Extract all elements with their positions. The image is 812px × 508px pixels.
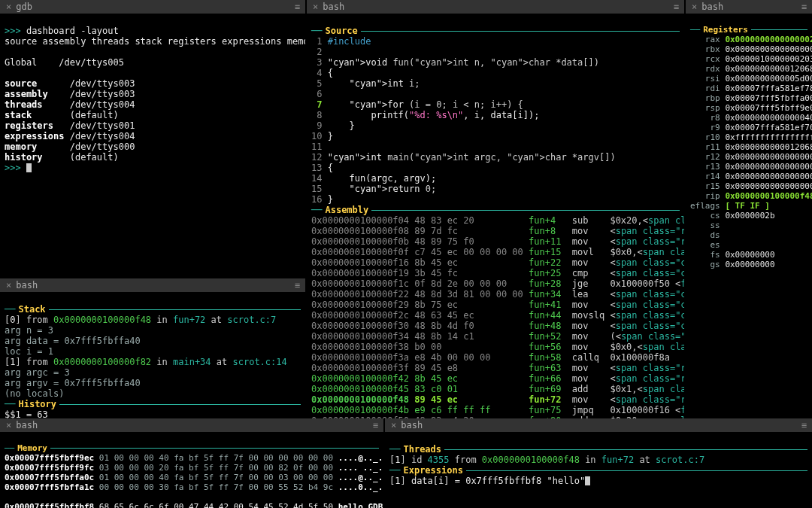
memory-content: Memory0x00007fff5fbff9ec 01 00 00 00 40 … [0, 432, 383, 508]
memory-row-ascii: hello.GDB.TERM_P [338, 502, 383, 508]
stack-content: Stack[0] from 0x0000000100000f48 in fun+… [0, 292, 305, 418]
close-icon[interactable]: × [692, 0, 697, 14]
titlebar-bash-source[interactable]: × bash ≡ [307, 0, 684, 14]
close-icon[interactable]: × [313, 0, 318, 14]
tab-title: bash [16, 278, 38, 292]
tab-title: bash [16, 418, 38, 432]
source-content: Source 1 #include 2 3 "cyan">void fun("c… [307, 14, 684, 418]
pane-gdb: × gdb ≡ >>> dashboard -layout source ass… [0, 0, 305, 278]
menu-icon[interactable]: ≡ [801, 418, 807, 432]
memory-row-addr: 0x00007fff5fbffbf8 [5, 502, 94, 508]
close-icon[interactable]: × [391, 418, 396, 432]
titlebar-bash-memory[interactable]: × bash ≡ [0, 418, 383, 432]
close-icon[interactable]: × [6, 0, 11, 14]
gdb-console[interactable]: >>> dashboard -layout source assembly th… [0, 14, 305, 185]
titlebar-bash-threads[interactable]: × bash ≡ [385, 418, 812, 432]
cursor [585, 476, 590, 485]
pane-stack: × bash ≡ Stack[0] from 0x0000000100000f4… [0, 278, 305, 418]
tab-title: bash [323, 0, 344, 14]
pane-memory: × bash ≡ Memory0x00007fff5fbff9ec 01 00 … [0, 418, 383, 508]
menu-icon[interactable]: ≡ [295, 278, 301, 292]
pane-threads: × bash ≡ Threads[1] id 4355 from 0x00000… [385, 418, 812, 508]
prompt-cursor [26, 163, 32, 172]
menu-icon[interactable]: ≡ [295, 0, 301, 14]
registers-content: Registers rax 0x0000000000000002 rbx 0x0… [686, 14, 812, 291]
titlebar-gdb[interactable]: × gdb ≡ [0, 0, 305, 14]
close-icon[interactable]: × [6, 418, 11, 432]
close-icon[interactable]: × [6, 278, 11, 292]
pane-source: × bash ≡ Source 1 #include 2 3 "cyan">vo… [307, 0, 684, 418]
pane-registers: × bash ≡ Registers rax 0x000000000000000… [686, 0, 812, 418]
threads-content: Threads[1] id 4355 from 0x0000000100000f… [385, 432, 812, 498]
menu-icon[interactable]: ≡ [801, 0, 807, 14]
tab-title: bash [701, 0, 723, 14]
tab-title: gdb [16, 0, 32, 14]
menu-icon[interactable]: ≡ [674, 0, 680, 14]
memory-row-hex: 68 65 6c 6c 6f 00 47 44 42 00 54 45 52 4… [99, 502, 333, 508]
titlebar-bash-registers[interactable]: × bash ≡ [686, 0, 812, 14]
titlebar-bash-stack[interactable]: × bash ≡ [0, 278, 305, 292]
tab-title: bash [401, 418, 423, 432]
menu-icon[interactable]: ≡ [373, 418, 379, 432]
